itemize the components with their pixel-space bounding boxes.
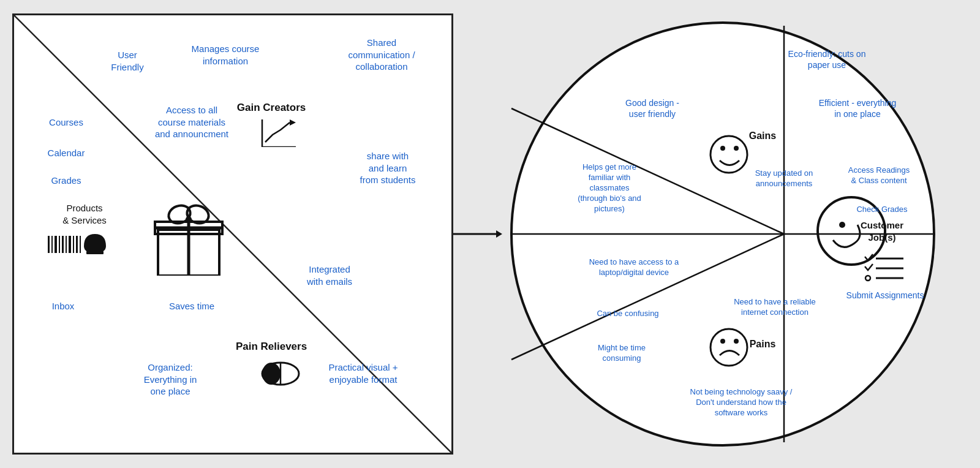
customer-jobs-label: CustomerJob(s) [845,219,919,243]
chart-icon [259,116,296,147]
svg-rect-8 [62,236,64,253]
svg-rect-9 [66,236,67,253]
saves-time-label: Saves time [155,300,228,312]
svg-point-40 [734,339,739,344]
svg-rect-4 [48,236,50,253]
helps-familiar-label: Helps get morefamiliar withclassmates(th… [556,162,663,214]
svg-rect-12 [76,236,78,253]
courses-label: Courses [39,116,94,129]
efficient-label: Efficient - everythingin one place [805,97,910,119]
svg-point-35 [734,146,739,151]
left-value-map: UserFriendly Manages courseinformation S… [12,13,453,455]
diagonal-lines [14,15,451,453]
svg-point-21 [186,216,192,222]
svg-rect-14 [86,251,104,254]
arrow-svg [453,228,502,240]
svg-line-0 [14,15,451,453]
svg-rect-11 [73,236,74,253]
svg-point-34 [720,146,725,151]
dome-icon [81,233,109,259]
stay-updated-label: Stay updated onannouncements [737,168,832,189]
svg-marker-27 [496,230,502,238]
good-design-label: Good design -user friendly [600,97,704,119]
svg-point-37 [839,222,845,228]
access-readings-label: Access Readings& Class content [827,165,931,186]
share-with-label: share withand learnfrom students [345,150,431,186]
products-services-label: Products& Services [51,202,118,226]
check-grades-label: Check Grades [845,205,919,215]
pill-icon [259,358,302,389]
arrow-connector [453,228,502,240]
reliable-internet-label: Need to have a reliableinternet connecti… [718,297,832,318]
svg-point-24 [262,363,281,385]
shared-comm-label: Sharedcommunication /collaboration [339,37,424,73]
organized-label: Organized:Everything inone place [127,361,213,398]
user-friendly-label: UserFriendly [100,49,155,73]
svg-rect-7 [59,236,60,253]
submit-assignments-label: Submit Assignments [839,290,931,301]
integrated-label: Integratedwith emails [284,263,375,287]
svg-rect-13 [80,236,81,253]
eco-friendly-label: Eco-friendly: cuts onpaper use [772,48,882,70]
practical-visual-label: Practical visual +enjoyable format [314,361,412,385]
right-value-proposition: Gains Eco-friendly: cuts onpaper use Goo… [502,13,943,455]
gift-icon [149,196,228,278]
pains-label: Pains [750,338,776,351]
svg-rect-6 [55,236,57,253]
calendar-label: Calendar [39,147,94,159]
manages-course-label: Manages courseinformation [186,43,265,67]
grades-label: Grades [39,175,94,187]
inbox-label: Inbox [39,300,88,312]
confusing-label: Can be confusing [585,309,671,319]
need-laptop-label: Need to have access to alaptop/digital d… [570,257,698,278]
barcode-icon [48,236,81,255]
svg-point-39 [720,339,725,344]
svg-rect-10 [69,236,71,253]
access-all-label: Access to allcourse materialsand announc… [146,104,238,140]
svg-marker-3 [290,119,296,126]
pain-relievers-title: Pain Relievers [216,340,326,353]
svg-rect-5 [51,236,53,253]
gains-label: Gains [749,130,776,143]
time-consuming-label: Might be timeconsuming [575,343,669,364]
not-savvy-label: Not being technology saavy /Don't unders… [671,387,812,418]
